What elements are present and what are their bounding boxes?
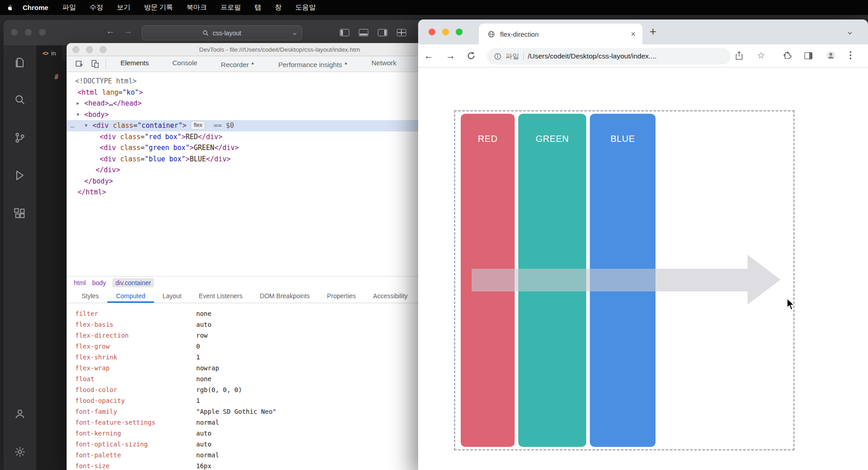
warning-icon: ▲ (251, 61, 255, 65)
page-info-icon[interactable] (494, 53, 502, 60)
toggle-sidebar-icon[interactable] (340, 29, 349, 36)
search-icon[interactable] (14, 93, 26, 106)
toggle-panel-icon[interactable] (359, 29, 368, 36)
toggle-secondary-sidebar-icon[interactable] (378, 29, 387, 36)
close-tab-icon[interactable]: × (631, 30, 636, 38)
close-window-icon[interactable] (72, 46, 79, 53)
html-file-icon: <> (43, 50, 48, 57)
desktop: { "menubar": { "items": ["Chrome", "파일",… (0, 0, 868, 470)
url-text: /Users/codeit/Desktop/css-layout/index..… (528, 52, 656, 60)
back-icon[interactable]: ← (106, 26, 115, 36)
devtools-tabs: ElementsConsoleRecorder▲Performance insi… (109, 55, 408, 73)
apple-menu-icon[interactable] (7, 3, 15, 12)
menu-item[interactable]: 파일 (56, 3, 83, 12)
vscode-command-center[interactable]: css-layout (142, 25, 302, 40)
minimize-window-icon[interactable] (86, 46, 93, 53)
menu-item[interactable]: 방문 기록 (137, 3, 180, 12)
editor-tab-label: in (51, 50, 56, 57)
menubar: Chrome파일수정보기방문 기록북마크프로필탭창도움말 (0, 0, 868, 15)
share-icon[interactable] (735, 51, 743, 63)
extensions-icon[interactable] (14, 208, 26, 220)
close-window-icon[interactable] (429, 29, 435, 35)
device-toolbar-icon[interactable] (87, 58, 103, 70)
subtab-styles[interactable]: Styles (73, 289, 107, 303)
menu-item[interactable]: 북마크 (180, 3, 214, 12)
command-center-text: css-layout (212, 29, 241, 37)
devtools-tab-elements[interactable]: Elements (109, 55, 161, 73)
expand-arrow-open-icon[interactable]: ▼ (77, 109, 84, 121)
bookmark-star-icon[interactable]: ☆ (757, 50, 765, 61)
menu-item[interactable]: 도움말 (289, 3, 323, 12)
flex-badge[interactable]: flex (191, 121, 206, 130)
reload-icon[interactable] (467, 51, 476, 63)
side-panel-icon[interactable] (804, 51, 813, 62)
breadcrumb-item[interactable]: body (92, 279, 106, 286)
subtab-properties[interactable]: Properties (318, 289, 365, 303)
subtab-event-listeners[interactable]: Event Listeners (190, 289, 251, 303)
mouse-cursor (786, 298, 796, 313)
chrome-window: flex-direction × + ← → 파일 /Users/codeit/… (418, 19, 868, 470)
devtools-tab-recorder[interactable]: Recorder▲ (209, 55, 267, 73)
vscode-history-nav: ← → (106, 26, 132, 36)
minimize-window-icon[interactable] (25, 29, 32, 36)
profile-avatar[interactable] (826, 50, 836, 63)
flex-direction-arrow (418, 68, 868, 470)
minimize-window-icon[interactable] (442, 29, 449, 35)
tab-title: flex-direction (500, 30, 626, 38)
customize-layout-icon[interactable] (397, 29, 406, 36)
chrome-traffic-lights[interactable] (429, 29, 463, 35)
new-tab-icon[interactable]: + (650, 25, 656, 38)
editor-tab[interactable]: <> in (36, 45, 62, 61)
run-debug-icon[interactable] (14, 169, 26, 182)
search-icon (203, 30, 209, 36)
breadcrumb-item[interactable]: div.container (112, 278, 154, 287)
vscode-traffic-lights[interactable] (11, 29, 46, 36)
menu-app-name[interactable]: Chrome (17, 4, 56, 11)
subtab-layout[interactable]: Layout (154, 289, 190, 303)
devtools-window-title: DevTools - file:///Users/codeit/Desktop/… (199, 46, 360, 53)
vscode-layout-controls (340, 29, 406, 36)
browser-tab[interactable]: flex-direction × (479, 24, 642, 44)
menu-item[interactable]: 보기 (110, 3, 137, 12)
subtab-dom-breakpoints[interactable]: DOM Breakpoints (251, 289, 318, 303)
menu-item[interactable]: 프로필 (214, 3, 248, 12)
menu-item[interactable]: 탭 (248, 3, 268, 12)
chrome-tabstrip: flex-direction × + (418, 19, 868, 44)
source-control-icon[interactable] (14, 131, 26, 144)
forward-icon[interactable]: → (446, 50, 455, 61)
omnibox-divider (523, 52, 524, 60)
explorer-icon[interactable] (14, 56, 26, 69)
devtools-traffic-lights[interactable] (72, 46, 106, 53)
more-actions-icon[interactable]: … (70, 120, 73, 131)
zoom-window-icon[interactable] (456, 29, 463, 35)
devtools-tab-network[interactable]: Network (360, 55, 408, 73)
toolbar-divider (106, 59, 106, 69)
account-icon[interactable] (14, 407, 26, 420)
devtools-tab-console[interactable]: Console (161, 55, 209, 73)
vscode-activity-bar (4, 45, 36, 470)
chrome-navbar: ← → 파일 /Users/codeit/Desktop/css-layout/… (418, 44, 868, 68)
zoom-window-icon[interactable] (100, 46, 106, 53)
subtab-accessibility[interactable]: Accessibility (365, 289, 416, 303)
overflow-menu-icon[interactable] (849, 51, 852, 62)
globe-icon (487, 30, 495, 38)
expand-arrow-open-icon[interactable]: ▼ (85, 120, 92, 131)
zoom-window-icon[interactable] (39, 29, 46, 36)
extensions-puzzle-icon[interactable] (783, 51, 792, 62)
expand-arrow-closed-icon[interactable]: ▶ (77, 98, 84, 109)
breadcrumb-item[interactable]: html (74, 279, 86, 286)
close-window-icon[interactable] (11, 29, 18, 36)
warning-icon: ▲ (344, 61, 348, 65)
tab-list-chevron-icon[interactable] (847, 29, 853, 38)
menu-item[interactable]: 창 (268, 3, 289, 12)
forward-icon[interactable]: → (124, 26, 132, 36)
chevron-down-icon[interactable] (292, 30, 297, 38)
inspect-element-icon[interactable] (72, 58, 87, 70)
settings-gear-icon[interactable] (14, 446, 26, 458)
page-viewport: REDGREENBLUE (418, 68, 868, 470)
address-bar[interactable]: 파일 /Users/codeit/Desktop/css-layout/inde… (487, 48, 731, 64)
subtab-computed[interactable]: Computed (107, 289, 154, 303)
menu-item[interactable]: 수정 (83, 3, 110, 12)
back-icon[interactable]: ← (424, 50, 434, 61)
devtools-tab-performance-insights[interactable]: Performance insights▲ (266, 55, 360, 73)
